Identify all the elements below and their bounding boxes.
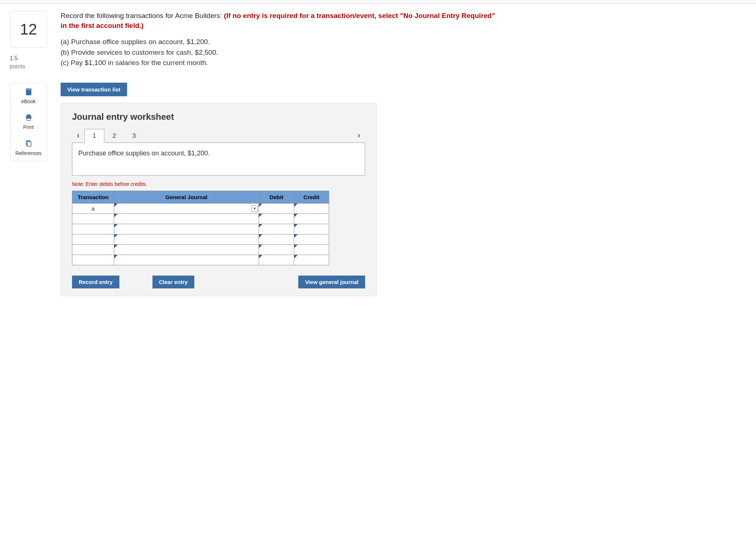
view-transaction-list-button[interactable]: View transaction list <box>61 83 127 96</box>
table-row <box>72 224 329 234</box>
cell-credit[interactable] <box>294 214 329 224</box>
points-label: points <box>10 62 50 71</box>
worksheet-title: Journal entry worksheet <box>72 111 365 123</box>
cell-transaction <box>72 234 114 245</box>
documents-icon <box>25 140 33 148</box>
cell-debit[interactable] <box>259 214 294 224</box>
table-row <box>72 245 329 255</box>
header-general-journal: General Journal <box>114 191 259 204</box>
worksheet-tabs: 123 <box>84 129 144 143</box>
worksheet-footer-buttons: Record entry Clear entry View general jo… <box>72 276 365 288</box>
transaction-b: (b) Provide services to customers for ca… <box>61 48 501 58</box>
worksheet-tab-row: ‹ 123 › <box>72 129 365 143</box>
cell-credit[interactable] <box>294 245 329 255</box>
cell-transaction <box>72 255 114 265</box>
record-entry-button[interactable]: Record entry <box>72 276 119 288</box>
svg-rect-2 <box>26 115 30 116</box>
printer-icon <box>25 114 33 122</box>
references-button[interactable]: References <box>11 135 47 161</box>
cell-general-journal[interactable] <box>114 255 259 265</box>
worksheet-note: Note: Enter debits before credits. <box>72 181 365 188</box>
ebook-button[interactable]: eBook <box>11 83 47 109</box>
cell-debit[interactable] <box>259 234 294 245</box>
svg-rect-1 <box>26 89 31 90</box>
cell-transaction <box>72 214 114 224</box>
main-content: Record the following transactions for Ac… <box>61 11 501 296</box>
view-general-journal-button[interactable]: View general journal <box>298 276 365 288</box>
cell-general-journal[interactable] <box>114 224 259 234</box>
top-bar <box>0 0 756 4</box>
journal-worksheet: Journal entry worksheet ‹ 123 › Purchase… <box>61 103 377 296</box>
cell-transaction <box>72 245 114 255</box>
prompt-text: Record the following transactions for Ac… <box>61 11 501 30</box>
points-display: 1.5 points <box>7 54 50 71</box>
worksheet-tab-1[interactable]: 1 <box>84 129 104 143</box>
journal-table: Transaction General Journal Debit Credit… <box>72 191 329 265</box>
cell-transaction <box>72 224 114 234</box>
worksheet-tab-3[interactable]: 3 <box>124 129 144 143</box>
chevron-left-icon[interactable]: ‹ <box>72 130 84 142</box>
table-row <box>72 214 329 224</box>
chevron-right-icon[interactable]: › <box>353 130 365 142</box>
cell-debit[interactable] <box>259 255 294 265</box>
worksheet-tab-2[interactable]: 2 <box>104 129 124 143</box>
question-number-badge: 12 <box>10 11 47 48</box>
prompt-intro: Record the following transactions for Ac… <box>61 12 224 19</box>
header-transaction: Transaction <box>72 191 114 204</box>
print-label: Print <box>23 124 34 130</box>
cell-credit[interactable] <box>294 224 329 234</box>
cell-credit[interactable] <box>294 204 329 214</box>
table-row <box>72 255 329 265</box>
question-number: 12 <box>20 19 37 40</box>
references-label: References <box>15 150 42 156</box>
cell-credit[interactable] <box>294 255 329 265</box>
ebook-label: eBook <box>21 98 36 104</box>
transaction-lines: (a) Purchase office supplies on account,… <box>61 37 501 68</box>
cell-general-journal[interactable] <box>114 214 259 224</box>
header-credit: Credit <box>294 191 329 204</box>
svg-rect-4 <box>27 118 30 121</box>
transaction-description-box: Purchase office supplies on account, $1,… <box>72 143 365 176</box>
book-icon <box>25 88 33 96</box>
svg-rect-6 <box>27 141 31 146</box>
cell-transaction: a <box>72 204 114 214</box>
print-button[interactable]: Print <box>11 109 47 135</box>
cell-credit[interactable] <box>294 234 329 245</box>
cell-general-journal[interactable] <box>114 245 259 255</box>
table-row <box>72 234 329 245</box>
transaction-a: (a) Purchase office supplies on account,… <box>61 37 501 47</box>
cell-general-journal[interactable] <box>114 234 259 245</box>
table-row: a▼ <box>72 204 329 214</box>
toolbox: eBook Print References <box>10 83 47 161</box>
transaction-description: Purchase office supplies on account, $1,… <box>78 150 210 157</box>
header-debit: Debit <box>259 191 294 204</box>
cell-debit[interactable] <box>259 245 294 255</box>
points-value: 1.5 <box>10 54 50 62</box>
cell-debit[interactable] <box>259 204 294 214</box>
cell-general-journal[interactable]: ▼ <box>114 204 259 214</box>
dropdown-toggle-icon[interactable]: ▼ <box>251 205 258 212</box>
transaction-c: (c) Pay $1,100 in salaries for the curre… <box>61 58 501 68</box>
question-sidebar: 12 1.5 points eBook Print <box>7 11 50 161</box>
cell-debit[interactable] <box>259 224 294 234</box>
clear-entry-button[interactable]: Clear entry <box>152 276 194 288</box>
